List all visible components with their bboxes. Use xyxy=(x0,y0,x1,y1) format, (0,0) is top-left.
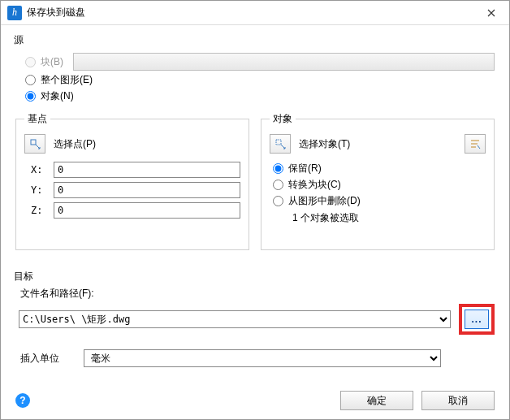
group-source: 源 块(B) 整个图形(E) 对象(N) xyxy=(15,33,495,110)
quick-select-button[interactable] xyxy=(465,134,486,154)
object-options: 保留(R) 转换为块(C) 从图形中删除(D) 1 个对象被选取 xyxy=(270,162,486,225)
select-objects-label: 选择对象(T) xyxy=(299,137,350,151)
select-objects-button[interactable] xyxy=(270,134,291,154)
radio-block-label: 块(B) xyxy=(41,55,63,69)
footer: ? 确定 取消 xyxy=(1,382,509,419)
group-basepoint-legend: 基点 xyxy=(24,112,50,126)
col-objects: 对象 选择对象(T) 保留(R) xyxy=(261,112,495,258)
radio-retain-label: 保留(R) xyxy=(288,162,322,175)
select-objects-row: 选择对象(T) xyxy=(270,134,486,154)
pick-point-icon xyxy=(29,138,41,149)
radio-convert-row[interactable]: 转换为块(C) xyxy=(273,178,486,192)
close-icon xyxy=(487,9,495,17)
radio-retain[interactable] xyxy=(273,163,283,174)
radio-convert[interactable] xyxy=(273,180,283,190)
input-x[interactable] xyxy=(54,162,240,178)
row-y: Y: xyxy=(31,182,240,198)
group-target: 目标 文件名和路径(F): C:\Users\ \矩形.dwg ... 插入单位… xyxy=(15,270,495,367)
label-z: Z: xyxy=(31,205,47,216)
ok-label: 确定 xyxy=(367,394,387,408)
path-select[interactable]: C:\Users\ \矩形.dwg xyxy=(19,310,451,328)
radio-convert-label: 转换为块(C) xyxy=(288,178,341,192)
radio-block-row: 块(B) xyxy=(25,53,495,71)
label-y: Y: xyxy=(31,184,47,196)
col-basepoint: 基点 选择点(P) X: Y: xyxy=(15,112,249,258)
app-icon: h xyxy=(7,6,22,20)
radio-retain-row[interactable]: 保留(R) xyxy=(273,162,486,175)
block-dropdown xyxy=(73,53,495,71)
radio-objects[interactable] xyxy=(25,91,36,102)
pick-point-label: 选择点(P) xyxy=(54,137,96,151)
radio-delete[interactable] xyxy=(273,196,283,206)
group-objects-legend: 对象 xyxy=(270,112,296,126)
dialog-window: h 保存块到磁盘 源 块(B) 整个图形(E) 对象(N) xyxy=(0,0,510,420)
pick-point-button[interactable] xyxy=(24,134,45,154)
row-x: X: xyxy=(31,162,240,178)
radio-delete-label: 从图形中删除(D) xyxy=(288,194,361,208)
radio-objects-label: 对象(N) xyxy=(41,89,74,103)
input-y[interactable] xyxy=(54,182,240,198)
objects-count: 1 个对象被选取 xyxy=(292,211,486,225)
row-z: Z: xyxy=(31,202,240,219)
window-title: 保存块到磁盘 xyxy=(27,6,473,19)
radio-block xyxy=(25,57,36,67)
group-basepoint: 基点 选择点(P) X: Y: xyxy=(15,112,249,250)
browse-button[interactable]: ... xyxy=(465,310,489,329)
group-objects: 对象 选择对象(T) 保留(R) xyxy=(261,112,495,250)
radio-entire[interactable] xyxy=(25,75,36,85)
help-button[interactable]: ? xyxy=(15,393,30,408)
input-z[interactable] xyxy=(54,202,240,219)
browse-highlight: ... xyxy=(459,304,495,335)
close-button[interactable] xyxy=(473,1,509,25)
radio-objects-row[interactable]: 对象(N) xyxy=(25,89,495,103)
unit-row: 插入单位 毫米 xyxy=(20,349,495,367)
cancel-button[interactable]: 取消 xyxy=(421,391,495,410)
svg-rect-0 xyxy=(31,140,36,145)
radio-entire-row[interactable]: 整个图形(E) xyxy=(25,73,495,87)
quick-select-icon xyxy=(469,138,481,149)
unit-label: 插入单位 xyxy=(20,352,59,366)
label-x: X: xyxy=(31,164,47,175)
titlebar: h 保存块到磁盘 xyxy=(1,1,509,25)
dialog-content: 源 块(B) 整个图形(E) 对象(N) 基点 xyxy=(1,25,509,367)
select-objects-icon xyxy=(274,138,286,149)
two-column-area: 基点 选择点(P) X: Y: xyxy=(15,112,495,258)
path-label: 文件名和路径(F): xyxy=(20,287,495,301)
group-target-legend: 目标 xyxy=(14,270,33,284)
svg-rect-1 xyxy=(276,140,281,145)
pick-point-row: 选择点(P) xyxy=(24,134,240,154)
cancel-label: 取消 xyxy=(448,394,468,408)
radio-entire-label: 整个图形(E) xyxy=(41,73,93,87)
path-row: C:\Users\ \矩形.dwg ... xyxy=(19,304,495,335)
group-source-legend: 源 xyxy=(14,33,24,47)
radio-delete-row[interactable]: 从图形中删除(D) xyxy=(273,194,486,208)
unit-select[interactable]: 毫米 xyxy=(84,349,441,367)
ok-button[interactable]: 确定 xyxy=(340,391,413,410)
